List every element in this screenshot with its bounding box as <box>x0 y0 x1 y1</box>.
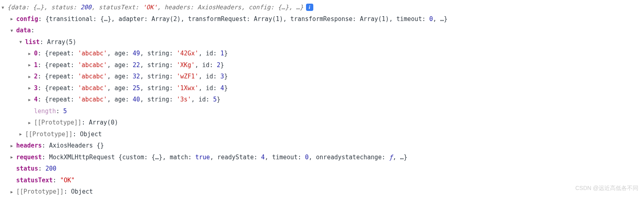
property-key: status <box>16 163 38 175</box>
property-key: list <box>25 36 40 48</box>
status-text-row[interactable]: statusText: "OK" <box>2 175 642 186</box>
property-key: [[Prototype]] <box>25 129 72 140</box>
id-value: 4 <box>221 82 224 94</box>
age-value: 25 <box>133 82 140 94</box>
property-value: 200 <box>45 163 56 175</box>
token: 'OK' <box>142 4 157 11</box>
token <box>77 4 81 11</box>
id-value: 5 <box>213 94 217 106</box>
property-value: Object <box>71 186 93 198</box>
property-value: MockXMLHttpRequest {custom: {…}, match: … <box>49 152 407 163</box>
age-value: 22 <box>133 59 140 71</box>
age-value: 40 <box>133 94 140 106</box>
string-value: '1Xwx' <box>176 82 198 94</box>
list-item-row[interactable]: 4: {repeat: 'abcabc', age: 40, string: '… <box>2 94 642 106</box>
token: , <box>241 4 249 11</box>
colon: : <box>42 140 49 152</box>
colon: : <box>31 25 34 36</box>
request-row[interactable]: request: MockXMLHttpRequest {custom: {…}… <box>2 152 642 163</box>
object-summary-row[interactable]: {data: {…}, status: 200, statusText: 'OK… <box>2 2 642 13</box>
property-key: length <box>34 106 56 117</box>
token: , <box>91 4 99 11</box>
info-icon[interactable]: i <box>306 4 313 11</box>
expand-toggle-icon[interactable] <box>11 188 15 196</box>
token: , …} <box>289 4 303 11</box>
repeat-value: 'abcabc' <box>78 48 107 59</box>
property-key: [[Prototype]] <box>16 186 64 198</box>
token <box>29 4 33 11</box>
expand-toggle-icon[interactable] <box>11 15 15 23</box>
data-row[interactable]: data: <box>2 25 642 36</box>
list-item-row[interactable]: 3: {repeat: 'abcabc', age: 25, string: '… <box>2 82 642 94</box>
expand-toggle-icon[interactable] <box>28 84 32 92</box>
list-item-row[interactable]: 2: {repeat: 'abcabc', age: 32, string: '… <box>2 71 642 82</box>
token: , timeout: <box>265 154 305 161</box>
expand-toggle-icon[interactable] <box>28 73 32 80</box>
id-value: 1 <box>221 48 224 59</box>
expand-toggle-icon[interactable] <box>28 96 32 103</box>
token: 200 <box>81 4 91 11</box>
list-item-row[interactable]: 0: {repeat: 'abcabc', age: 49, string: '… <box>2 48 642 59</box>
token <box>274 4 278 11</box>
list-item-row[interactable]: 1: {repeat: 'abcabc', age: 22, string: '… <box>2 59 642 71</box>
list-prototype-row[interactable]: [[Prototype]]: Array(0) <box>2 117 642 129</box>
property-value: Array(0) <box>89 117 118 129</box>
property-value: Array(5) <box>47 36 76 48</box>
property-value: {transitional: {…}, adapter: Array(2), t… <box>45 13 447 25</box>
list-length-row[interactable]: length: 5 <box>2 106 642 117</box>
expand-toggle-icon[interactable] <box>19 38 23 46</box>
list-index: 2 <box>34 71 38 82</box>
token: status: <box>51 4 77 11</box>
colon: : <box>38 13 45 25</box>
token: , <box>44 4 51 11</box>
colon: : <box>56 106 63 117</box>
repeat-value: 'abcabc' <box>78 71 107 82</box>
token: AxiosHeaders <box>198 4 241 11</box>
property-value: Object <box>80 129 102 140</box>
status-row[interactable]: status: 200 <box>2 163 642 175</box>
list-index: 4 <box>34 94 38 106</box>
headers-row[interactable]: headers: AxiosHeaders {} <box>2 140 642 152</box>
token: MockXMLHttpRequest {custom: {…}, match: <box>49 154 195 161</box>
list-row[interactable]: list: Array(5) <box>2 36 642 48</box>
repeat-value: 'abcabc' <box>78 82 107 94</box>
string-value: 'wZF1' <box>176 71 198 82</box>
property-value: "OK" <box>60 175 74 186</box>
data-prototype-row[interactable]: [[Prototype]]: Object <box>2 129 642 140</box>
token: {…} <box>278 4 289 11</box>
token: {transitional: {…}, adapter: Array(2), t… <box>45 15 429 23</box>
list-index: 0 <box>34 48 38 59</box>
root-prototype-row[interactable]: [[Prototype]]: Object <box>2 186 642 198</box>
age-value: 32 <box>133 71 140 82</box>
expand-toggle-icon[interactable] <box>2 4 6 11</box>
string-value: '42Gx' <box>176 48 198 59</box>
string-value: 'XKg' <box>176 59 195 71</box>
expand-toggle-icon[interactable] <box>11 27 15 34</box>
expand-toggle-icon[interactable] <box>28 119 32 127</box>
repeat-value: 'abcabc' <box>78 94 107 106</box>
list-index: 1 <box>34 59 38 71</box>
age-value: 49 <box>133 48 140 59</box>
expand-toggle-icon[interactable] <box>28 50 32 57</box>
token: headers: <box>164 4 193 11</box>
expand-toggle-icon[interactable] <box>28 61 32 69</box>
config-row[interactable]: config: {transitional: {…}, adapter: Arr… <box>2 13 642 25</box>
token: { <box>7 4 11 11</box>
repeat-value: 'abcabc' <box>78 59 107 71</box>
token <box>139 4 142 11</box>
token: , readyState: <box>210 154 261 161</box>
object-summary-content: {data: {…}, status: 200, statusText: 'OK… <box>7 2 304 13</box>
id-value: 2 <box>217 59 221 71</box>
expand-toggle-icon[interactable] <box>19 130 23 138</box>
property-key: config <box>16 13 38 25</box>
property-key: headers <box>16 140 42 152</box>
property-key: data <box>16 25 31 36</box>
colon: : <box>40 36 47 48</box>
property-value: 5 <box>63 106 67 117</box>
expand-toggle-icon[interactable] <box>11 153 15 161</box>
token: , <box>157 4 164 11</box>
token <box>194 4 198 11</box>
expand-toggle-icon[interactable] <box>11 142 15 150</box>
watermark: CSDN @远近高低各不同 <box>575 183 638 194</box>
token: 0 <box>429 15 433 23</box>
